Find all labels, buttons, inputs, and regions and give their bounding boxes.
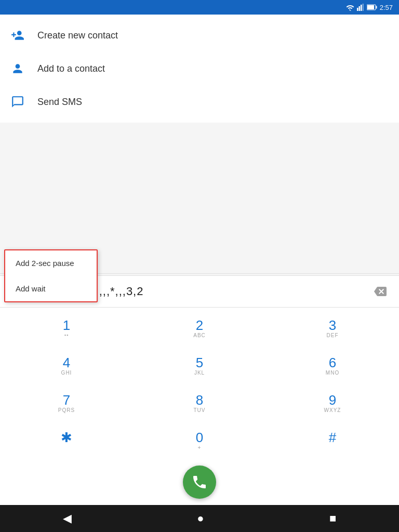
- create-contact-icon: [10, 28, 25, 43]
- key-1[interactable]: 1 ▪▪: [0, 310, 133, 347]
- popup-add-pause[interactable]: Add 2-sec pause: [5, 250, 97, 276]
- menu-item-create-contact[interactable]: Create new contact: [0, 19, 399, 52]
- key-9[interactable]: 9 WXYZ: [266, 384, 399, 422]
- key-8[interactable]: 8 TUV: [133, 384, 266, 422]
- key-6[interactable]: 6 MNO: [266, 347, 399, 384]
- svg-rect-5: [376, 6, 377, 9]
- keypad: 1 ▪▪ 2 ABC 3 DEF 4 GHI 5 JKL 6 MNO 7 PQR…: [0, 308, 399, 461]
- wifi-icon: [346, 4, 354, 11]
- send-sms-label: Send SMS: [37, 97, 82, 108]
- svg-rect-3: [362, 4, 364, 11]
- key-2[interactable]: 2 ABC: [133, 310, 266, 347]
- svg-rect-6: [367, 5, 374, 9]
- key-4[interactable]: 4 GHI: [0, 347, 133, 384]
- key-5[interactable]: 5 JKL: [133, 347, 266, 384]
- battery-icon: [367, 4, 377, 10]
- add-to-contact-icon: [10, 61, 25, 76]
- svg-rect-2: [361, 5, 362, 11]
- status-bar: 2:57: [0, 0, 399, 15]
- menu-item-send-sms[interactable]: Send SMS: [0, 85, 399, 118]
- key-3[interactable]: 3 DEF: [266, 310, 399, 347]
- nav-bar: ◀ ● ■: [0, 505, 399, 532]
- menu-item-add-to-contact[interactable]: Add to a contact: [0, 52, 399, 85]
- menu-container: Create new contact Add to a contact Send…: [0, 15, 399, 123]
- send-sms-icon: [10, 95, 25, 109]
- create-contact-label: Create new contact: [37, 30, 118, 41]
- status-icons: 2:57: [346, 4, 393, 11]
- svg-rect-1: [358, 6, 360, 11]
- key-7[interactable]: 7 PQRS: [0, 384, 133, 422]
- signal-icon: [357, 4, 364, 11]
- popup-add-wait[interactable]: Add wait: [5, 276, 97, 301]
- dialer-section: +3614586070,,,,,,,*,,,3,2 1 ▪▪ 2 ABC 3 D…: [0, 275, 399, 505]
- svg-rect-0: [357, 8, 358, 11]
- status-time: 2:57: [380, 4, 393, 11]
- call-button[interactable]: [183, 466, 216, 499]
- context-popup: Add 2-sec pause Add wait: [4, 249, 98, 302]
- key-star[interactable]: ✱: [0, 422, 133, 459]
- back-button[interactable]: ◀: [52, 508, 82, 529]
- key-hash[interactable]: #: [266, 422, 399, 459]
- call-row: [0, 461, 399, 505]
- home-button[interactable]: ●: [187, 508, 214, 529]
- key-0[interactable]: 0 +: [133, 422, 266, 459]
- backspace-button[interactable]: [370, 281, 391, 302]
- add-to-contact-label: Add to a contact: [37, 63, 105, 74]
- recent-button[interactable]: ■: [319, 508, 347, 529]
